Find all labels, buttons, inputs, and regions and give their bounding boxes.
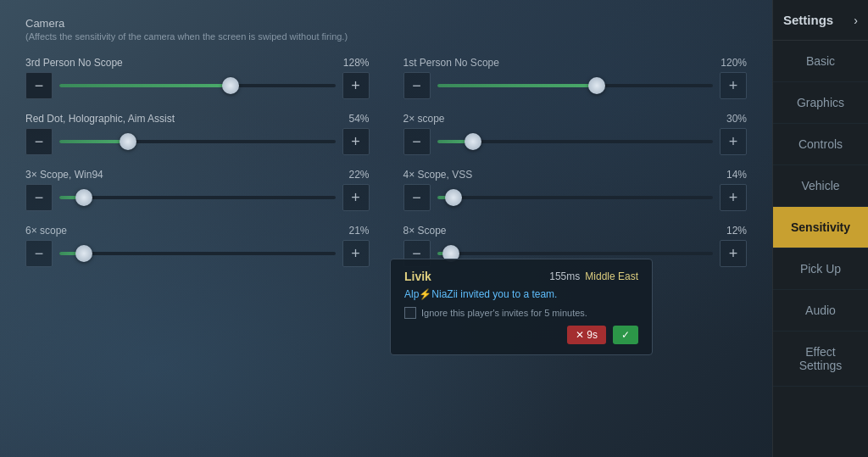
sliders-grid: 3rd Person No Scope128%−+1st Person No S…: [25, 57, 747, 267]
slider-name-1: 1st Person No Scope: [403, 57, 499, 69]
slider-thumb-2[interactable]: [120, 133, 136, 150]
slider-group-5: 4× Scope, VSS14%−+: [403, 169, 748, 211]
slider-header-7: 8× Scope12%: [403, 225, 748, 237]
notif-ignore-label: Ignore this player's invites for 5 minut…: [421, 308, 587, 318]
notif-message-text: invited you to a team.: [458, 288, 557, 300]
slider-value-2: 54%: [348, 113, 369, 125]
sidebar-item-effect-settings[interactable]: Effect Settings: [773, 332, 868, 387]
slider-row-2: −+: [25, 128, 370, 155]
slider-row-3: −+: [403, 128, 748, 155]
slider-group-2: Red Dot, Holographic, Aim Assist54%−+: [25, 113, 370, 155]
slider-value-7: 12%: [726, 225, 747, 237]
notif-ignore-checkbox[interactable]: [404, 307, 416, 319]
slider-plus-6[interactable]: +: [342, 240, 370, 267]
camera-label: Camera: [25, 17, 747, 30]
notification-popup: Livik 155ms Middle East Alp⚡NiaZii invit…: [390, 259, 653, 355]
sidebar-item-audio[interactable]: Audio: [773, 290, 868, 332]
slider-header-2: Red Dot, Holographic, Aim Assist54%: [25, 113, 370, 125]
slider-track-4[interactable]: [59, 196, 336, 199]
slider-header-1: 1st Person No Scope120%: [403, 57, 748, 69]
sidebar-title: Settings: [783, 13, 833, 27]
notif-accept-button[interactable]: ✓: [613, 326, 638, 344]
slider-track-2[interactable]: [59, 140, 336, 143]
slider-name-4: 3× Scope, Win94: [25, 169, 103, 181]
slider-thumb-0[interactable]: [222, 77, 239, 94]
sidebar-item-vehicle[interactable]: Vehicle: [773, 165, 868, 207]
slider-track-5[interactable]: [437, 196, 714, 199]
slider-row-6: −+: [25, 240, 370, 267]
slider-plus-3[interactable]: +: [720, 128, 747, 155]
notif-ping: 155ms: [549, 270, 580, 282]
slider-plus-5[interactable]: +: [720, 184, 747, 211]
slider-name-6: 6× scope: [25, 225, 67, 237]
slider-value-3: 30%: [726, 113, 747, 125]
slider-value-6: 21%: [348, 225, 369, 237]
camera-description: (Affects the sensitivity of the camera w…: [25, 31, 747, 42]
notif-message: Alp⚡NiaZii invited you to a team.: [404, 288, 638, 300]
notif-buttons: ✕ 9s ✓: [404, 326, 638, 344]
slider-plus-7[interactable]: +: [720, 240, 747, 267]
slider-name-7: 8× Scope: [403, 225, 447, 237]
sidebar-arrow-icon: ›: [854, 14, 858, 27]
slider-name-0: 3rd Person No Scope: [25, 57, 123, 69]
sidebar-item-basic[interactable]: Basic: [773, 41, 868, 82]
slider-plus-4[interactable]: +: [342, 184, 370, 211]
notif-inviter: Alp⚡NiaZii: [404, 288, 458, 300]
slider-fill-0: [59, 84, 231, 87]
slider-plus-0[interactable]: +: [342, 72, 370, 99]
slider-group-6: 6× scope21%−+: [25, 225, 370, 267]
slider-fill-2: [59, 140, 128, 143]
slider-name-2: Red Dot, Holographic, Aim Assist: [25, 113, 175, 125]
slider-track-3[interactable]: [437, 140, 714, 143]
notif-checkbox-row: Ignore this player's invites for 5 minut…: [404, 307, 638, 319]
slider-plus-2[interactable]: +: [342, 128, 370, 155]
slider-minus-1[interactable]: −: [403, 72, 431, 99]
sidebar-item-controls[interactable]: Controls: [773, 124, 868, 165]
slider-thumb-3[interactable]: [465, 133, 481, 150]
slider-thumb-6[interactable]: [75, 245, 92, 262]
slider-minus-2[interactable]: −: [25, 128, 53, 155]
slider-minus-3[interactable]: −: [403, 128, 431, 155]
slider-track-0[interactable]: [59, 84, 336, 87]
sidebar-header: Settings ›: [773, 0, 868, 41]
sidebar-item-pick-up[interactable]: Pick Up: [773, 248, 868, 290]
slider-minus-4[interactable]: −: [25, 184, 53, 211]
slider-thumb-5[interactable]: [445, 189, 462, 206]
notif-server-info: 155ms Middle East: [549, 270, 638, 282]
camera-section: Camera (Affects the sensitivity of the c…: [25, 17, 747, 42]
slider-group-1: 1st Person No Scope120%−+: [403, 57, 748, 99]
slider-minus-6[interactable]: −: [25, 240, 53, 267]
slider-minus-0[interactable]: −: [25, 72, 53, 99]
slider-row-0: −+: [25, 72, 370, 99]
main-content: Camera (Affects the sensitivity of the c…: [0, 0, 772, 457]
sidebar-item-sensitivity[interactable]: Sensitivity: [773, 207, 868, 248]
notif-map: Livik: [404, 270, 431, 283]
slider-value-4: 22%: [348, 169, 369, 181]
slider-value-0: 128%: [343, 57, 370, 69]
slider-thumb-1[interactable]: [588, 77, 605, 94]
slider-row-4: −+: [25, 184, 370, 211]
slider-name-3: 2× scope: [403, 113, 445, 125]
slider-name-5: 4× Scope, VSS: [403, 169, 473, 181]
slider-header-0: 3rd Person No Scope128%: [25, 57, 370, 69]
slider-group-3: 2× scope30%−+: [403, 113, 748, 155]
slider-header-4: 3× Scope, Win9422%: [25, 169, 370, 181]
slider-group-0: 3rd Person No Scope128%−+: [25, 57, 370, 99]
slider-track-1[interactable]: [437, 84, 714, 87]
notif-header: Livik 155ms Middle East: [404, 270, 638, 283]
slider-row-5: −+: [403, 184, 748, 211]
slider-value-5: 14%: [726, 169, 747, 181]
slider-minus-5[interactable]: −: [403, 184, 431, 211]
slider-thumb-4[interactable]: [75, 189, 92, 206]
slider-row-1: −+: [403, 72, 748, 99]
slider-plus-1[interactable]: +: [720, 72, 747, 99]
notif-region: Middle East: [585, 270, 638, 282]
sidebar: Settings › BasicGraphicsControlsVehicleS…: [772, 0, 868, 457]
notif-decline-button[interactable]: ✕ 9s: [567, 326, 606, 344]
slider-group-4: 3× Scope, Win9422%−+: [25, 169, 370, 211]
slider-track-7[interactable]: [437, 252, 714, 255]
sidebar-item-graphics[interactable]: Graphics: [773, 82, 868, 124]
slider-track-6[interactable]: [59, 252, 336, 255]
slider-header-5: 4× Scope, VSS14%: [403, 169, 748, 181]
slider-header-3: 2× scope30%: [403, 113, 748, 125]
